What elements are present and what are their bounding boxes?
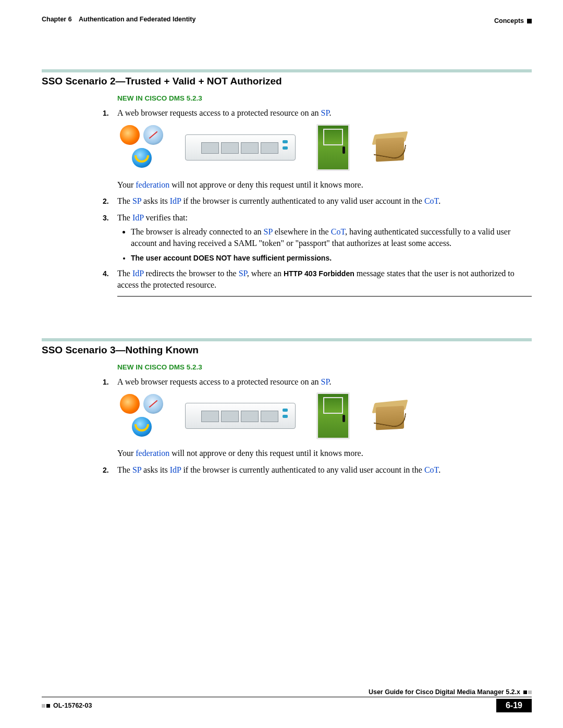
- browser-icons: [117, 125, 164, 169]
- link-federation[interactable]: federation: [136, 449, 169, 458]
- safari-icon: [143, 394, 163, 414]
- ie-icon: [132, 148, 152, 168]
- link-cot[interactable]: CoT: [424, 465, 438, 474]
- doc-number: OL-15762-03: [53, 702, 92, 709]
- federation-note: Your federation will not approve or deny…: [117, 448, 532, 459]
- decor-squares-icon: [523, 690, 532, 694]
- server-icon: [185, 134, 296, 161]
- federation-note: Your federation will not approve or deny…: [117, 179, 532, 191]
- link-sp[interactable]: SP: [132, 196, 141, 205]
- firefox-icon: [120, 125, 140, 145]
- browser-icons: [117, 394, 164, 438]
- step-2: 2. The SP asks its IdP if the browser is…: [117, 464, 532, 476]
- page-number: 6-19: [496, 699, 532, 712]
- link-idp[interactable]: IdP: [170, 465, 181, 474]
- chapter-label: Chapter 6: [42, 16, 72, 23]
- new-in-tag: NEW IN CISCO DMS 5.2.3: [117, 94, 532, 102]
- link-idp[interactable]: IdP: [132, 269, 144, 278]
- package-icon: [371, 399, 410, 433]
- bullet-connected: The browser is already connected to an S…: [131, 226, 532, 249]
- page-footer: User Guide for Cisco Digital Media Manag…: [42, 688, 532, 712]
- chapter-title: Authentication and Federated Identity: [79, 16, 195, 23]
- page-header: Chapter 6 Authentication and Federated I…: [42, 16, 532, 28]
- step-3: 3. The IdP verifies that: The browser is…: [117, 212, 532, 263]
- section-heading-sso3: SSO Scenario 3—Nothing Known: [42, 344, 532, 356]
- diagram-row: [117, 124, 532, 171]
- link-cot[interactable]: CoT: [331, 227, 345, 236]
- link-federation[interactable]: federation: [136, 180, 169, 189]
- step-2: 2. The SP asks its IdP if the browser is…: [117, 195, 532, 207]
- package-icon: [371, 131, 410, 164]
- new-in-tag: NEW IN CISCO DMS 5.2.3: [117, 363, 532, 371]
- section-divider: [117, 296, 532, 297]
- diagram-row: [117, 392, 532, 439]
- bullet-no-permissions: The user account DOES NOT have sufficien…: [131, 253, 532, 263]
- link-sp[interactable]: SP: [264, 227, 273, 236]
- door-icon: [316, 124, 350, 171]
- link-cot[interactable]: CoT: [424, 196, 438, 205]
- link-sp[interactable]: SP: [321, 108, 329, 117]
- decor-squares-icon: [42, 704, 50, 708]
- firefox-icon: [120, 394, 140, 414]
- link-idp[interactable]: IdP: [170, 196, 181, 205]
- link-sp[interactable]: SP: [132, 465, 141, 474]
- section-rule: [42, 338, 532, 341]
- link-sp[interactable]: SP: [321, 377, 329, 386]
- http-403: HTTP 403 Forbidden: [284, 269, 354, 278]
- link-idp[interactable]: IdP: [132, 213, 144, 222]
- section-rule: [42, 69, 532, 72]
- guide-title: User Guide for Cisco Digital Media Manag…: [369, 688, 520, 696]
- door-icon: [316, 392, 350, 439]
- section-heading-sso2: SSO Scenario 2—Trusted + Valid + NOT Aut…: [42, 76, 532, 87]
- server-icon: [185, 403, 296, 429]
- step-1: 1. A web browser requests access to a pr…: [117, 376, 532, 388]
- safari-icon: [143, 125, 163, 145]
- step-4: 4. The IdP redirects the browser to the …: [117, 268, 532, 290]
- link-sp[interactable]: SP: [239, 269, 247, 278]
- section-label: Concepts: [494, 17, 524, 24]
- step-1: 1. A web browser requests access to a pr…: [117, 107, 532, 119]
- square-marker-icon: [527, 19, 532, 23]
- ie-icon: [132, 417, 152, 437]
